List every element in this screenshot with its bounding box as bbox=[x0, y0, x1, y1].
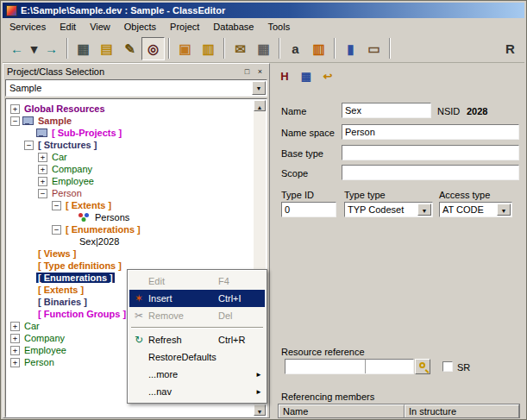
hierarchy-icon: ▦ bbox=[77, 42, 89, 55]
tree-item[interactable]: −[ Structures ] bbox=[7, 139, 254, 151]
project-selector[interactable]: Sample bbox=[5, 79, 267, 97]
expander-plus-icon[interactable]: + bbox=[38, 165, 47, 174]
context-menu-item[interactable]: ✶InsertCtrl+I bbox=[129, 290, 265, 307]
hierarchy-button[interactable]: ▦ bbox=[72, 37, 95, 60]
menu-view[interactable]: View bbox=[83, 20, 117, 34]
context-menu-item[interactable]: ...nav► bbox=[129, 383, 265, 400]
back-dropdown-button[interactable]: ▾ bbox=[28, 37, 40, 60]
tree-item[interactable]: +Employee bbox=[7, 175, 254, 187]
column-header-in-structure[interactable]: In structure bbox=[405, 404, 519, 418]
class-editor-button[interactable]: ◎ bbox=[141, 37, 165, 60]
table-button[interactable]: ▦ bbox=[252, 37, 275, 60]
type-id-field[interactable] bbox=[281, 202, 336, 217]
column-header-name[interactable]: Name bbox=[279, 404, 405, 418]
chevron-down-icon[interactable] bbox=[497, 204, 511, 216]
tree-item[interactable]: +Global Resources bbox=[7, 103, 254, 115]
matrix-button[interactable]: ▦ bbox=[297, 67, 316, 85]
tree-item[interactable]: −[ Extents ] bbox=[7, 199, 254, 211]
close-button[interactable]: × bbox=[254, 66, 266, 77]
back-icon: ← bbox=[10, 42, 23, 55]
resource-reference-field[interactable] bbox=[285, 359, 414, 374]
back-button[interactable]: ← bbox=[5, 37, 28, 60]
tree-label: [ Extents ] bbox=[64, 200, 113, 210]
tree-item[interactable]: +Company bbox=[7, 163, 254, 175]
class-header-button[interactable]: H bbox=[275, 67, 294, 85]
menu-database[interactable]: Database bbox=[206, 20, 260, 34]
archive-button[interactable]: ▭ bbox=[362, 37, 386, 60]
context-menu: EditF4✶InsertCtrl+I✂RemoveDel↻RefreshCtr… bbox=[127, 269, 267, 404]
resource-lookup-button[interactable] bbox=[415, 359, 430, 374]
tree-item[interactable]: [ Views ] bbox=[7, 248, 254, 260]
expander-plus-icon[interactable]: + bbox=[38, 153, 47, 162]
project-button[interactable]: ▤ bbox=[95, 37, 118, 60]
expander-plus-icon[interactable]: + bbox=[10, 322, 20, 331]
resource-reference-label: Resource reference bbox=[281, 347, 365, 357]
access-type-dropdown[interactable]: AT CODE bbox=[439, 202, 512, 217]
mail-button[interactable]: ✉ bbox=[229, 37, 252, 60]
form-editor-button[interactable]: ✎ bbox=[118, 37, 141, 60]
menu-item-label: Remove bbox=[147, 310, 218, 321]
books-icon: ▮ bbox=[347, 42, 354, 55]
forward-button[interactable]: → bbox=[40, 37, 63, 60]
base-type-field[interactable] bbox=[342, 145, 519, 160]
name-label: Name bbox=[281, 106, 306, 116]
tree-item[interactable]: −[ Enumerations ] bbox=[7, 223, 254, 235]
namespace-label: Name space bbox=[281, 128, 335, 138]
books-button[interactable]: ▮ bbox=[339, 37, 362, 60]
tree-item[interactable]: [ Sub-Projects ] bbox=[7, 127, 254, 139]
title-bar: E:\Sample\Sample.dev : Sample - ClassEdi… bbox=[3, 3, 524, 18]
expander-plus-icon[interactable]: + bbox=[10, 334, 20, 343]
submenu-arrow-icon: ► bbox=[254, 371, 263, 379]
context-menu-item[interactable]: RestoreDefaults bbox=[129, 348, 265, 366]
library-button[interactable]: ▥ bbox=[307, 37, 330, 60]
resource-reference-right-input[interactable] bbox=[366, 360, 413, 373]
resource-reference-left-input[interactable] bbox=[285, 360, 365, 373]
tree-item[interactable]: Persons bbox=[7, 211, 254, 223]
context-menu-item[interactable]: EditF4 bbox=[129, 273, 265, 290]
menu-project[interactable]: Project bbox=[163, 20, 206, 34]
expander-minus-icon[interactable]: − bbox=[52, 201, 61, 210]
copy-object-button[interactable]: ▥ bbox=[197, 37, 220, 60]
expander-minus-icon[interactable]: − bbox=[38, 189, 47, 198]
type-type-dropdown[interactable]: TYP Codeset bbox=[344, 202, 433, 217]
window-title: E:\Sample\Sample.dev : Sample - ClassEdi… bbox=[21, 5, 225, 16]
r-button[interactable]: R bbox=[499, 37, 522, 60]
menu-services[interactable]: Services bbox=[3, 20, 53, 34]
context-menu-item[interactable]: ✂RemoveDel bbox=[129, 307, 265, 324]
sr-checkbox[interactable] bbox=[442, 361, 453, 372]
chevron-down-icon[interactable] bbox=[417, 204, 431, 216]
tree-item[interactable]: −Person bbox=[7, 187, 254, 199]
expander-minus-icon[interactable]: − bbox=[52, 225, 61, 235]
class-editor-icon: ◎ bbox=[147, 42, 159, 55]
new-object-button[interactable]: ▣ bbox=[173, 37, 197, 60]
tree-item[interactable]: −Sample bbox=[7, 115, 254, 127]
expander-plus-icon[interactable]: + bbox=[10, 104, 20, 114]
name-field[interactable] bbox=[342, 103, 431, 118]
ref-table-header: NameIn structure bbox=[279, 404, 519, 418]
tree-item[interactable]: Sex|2028 bbox=[7, 235, 254, 248]
main-toolbar: ←▾→▦▤✎◎▣▥✉▦a▥▮▭R bbox=[3, 34, 524, 63]
class-header-icon: H bbox=[280, 71, 288, 82]
context-menu-item[interactable]: ↻RefreshCtrl+R bbox=[129, 331, 265, 348]
menu-edit[interactable]: Edit bbox=[53, 20, 83, 34]
expander-plus-icon[interactable]: + bbox=[10, 346, 20, 355]
scroll-down-icon[interactable] bbox=[254, 404, 266, 416]
undo-button[interactable]: ↩ bbox=[318, 67, 337, 85]
tree-label: Company bbox=[50, 164, 94, 174]
tree-item[interactable]: +Car bbox=[7, 151, 254, 163]
expander-minus-icon[interactable]: − bbox=[24, 141, 34, 150]
scope-field[interactable] bbox=[342, 165, 519, 180]
expander-plus-icon[interactable]: + bbox=[38, 177, 47, 186]
expander-plus-icon[interactable]: + bbox=[10, 358, 20, 367]
float-button[interactable]: □ bbox=[242, 66, 253, 77]
menu-objects[interactable]: Objects bbox=[117, 20, 163, 34]
namespace-field[interactable] bbox=[342, 124, 519, 140]
menu-tools[interactable]: Tools bbox=[260, 20, 297, 34]
context-menu-item[interactable]: ...more► bbox=[129, 366, 265, 383]
rename-button[interactable]: a bbox=[284, 37, 307, 60]
expander-minus-icon[interactable]: − bbox=[10, 116, 20, 126]
archive-icon: ▭ bbox=[367, 42, 380, 55]
scroll-up-icon[interactable] bbox=[254, 100, 266, 111]
chevron-down-icon[interactable] bbox=[252, 81, 266, 95]
back-dropdown-icon: ▾ bbox=[31, 42, 38, 55]
